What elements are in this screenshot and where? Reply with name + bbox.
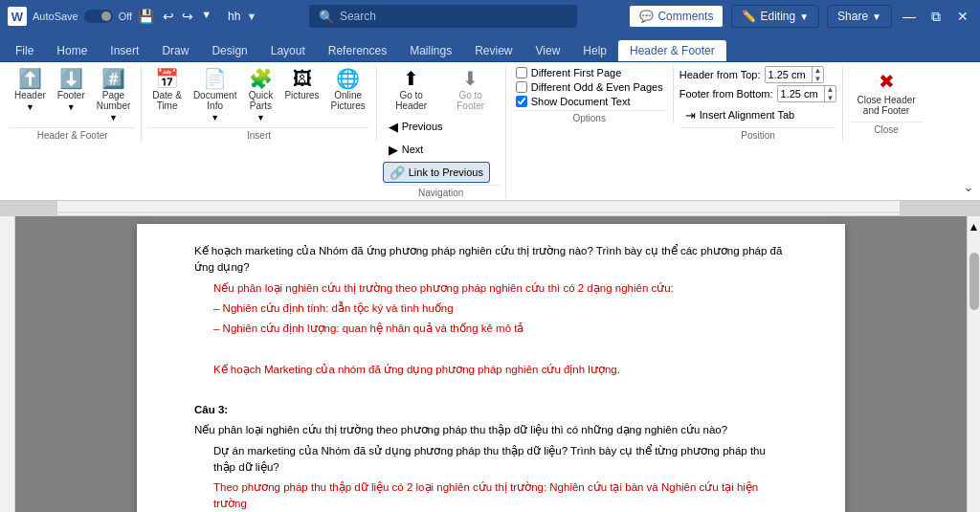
ruler-svg xyxy=(0,201,980,216)
comments-label: Comments xyxy=(657,10,713,23)
page-number-button[interactable]: #️⃣ PageNumber ▼ xyxy=(92,66,136,125)
header-from-top-input[interactable]: ▲ ▼ xyxy=(765,66,825,83)
footer-from-bottom-input[interactable]: ▲ ▼ xyxy=(777,85,837,102)
footer-from-bottom-value[interactable] xyxy=(778,88,824,100)
tab-insert[interactable]: Insert xyxy=(99,40,150,61)
para-7: Nếu phân loại nghiên cứu thị trường theo… xyxy=(194,422,788,438)
link-to-previous-button[interactable]: 🔗 Link to Previous xyxy=(383,162,490,183)
left-ruler xyxy=(0,216,15,512)
go-to-header-button[interactable]: ⬆ Go toHeader xyxy=(383,66,440,114)
online-pictures-icon: 🌐 xyxy=(336,69,360,88)
autosave-toggle[interactable] xyxy=(84,10,113,23)
share-button[interactable]: Share ▼ xyxy=(827,5,892,28)
link-to-previous-label: Link to Previous xyxy=(409,167,483,178)
online-pictures-button[interactable]: 🌐 OnlinePictures xyxy=(326,66,370,114)
tab-view[interactable]: View xyxy=(524,40,572,61)
previous-button[interactable]: ◀ Previous xyxy=(383,116,449,137)
date-time-button[interactable]: 📅 Date &Time xyxy=(147,66,187,114)
tab-home[interactable]: Home xyxy=(45,40,99,61)
different-odd-even-option[interactable]: Different Odd & Even Pages xyxy=(512,80,667,94)
tab-header-footer[interactable]: Header & Footer xyxy=(618,40,726,61)
ruler-content xyxy=(0,201,980,215)
tab-design[interactable]: Design xyxy=(200,40,258,61)
show-document-text-checkbox[interactable] xyxy=(516,96,527,107)
title-bar: W AutoSave Off 💾 ↩ ↪ ▼ hh ▼ 🔍 💬 Comments… xyxy=(0,0,980,33)
different-first-page-option[interactable]: Different First Page xyxy=(512,66,667,79)
position-fields: Header from Top: ▲ ▼ Footer from Bottom: xyxy=(679,66,837,125)
search-input[interactable] xyxy=(340,10,568,23)
spin-up2-icon[interactable]: ▲ xyxy=(825,85,836,94)
search-box[interactable]: 🔍 xyxy=(309,5,577,28)
close-button[interactable]: ✕ xyxy=(953,7,972,26)
group-close: ✖ Close Headerand Footer Close xyxy=(845,66,928,135)
header-from-top-spin[interactable]: ▲ ▼ xyxy=(812,66,824,83)
footer-dropdown[interactable]: ▼ xyxy=(67,102,76,112)
tab-draw[interactable]: Draw xyxy=(150,40,200,61)
scroll-up-button[interactable]: ▲ xyxy=(969,220,980,234)
tab-layout[interactable]: Layout xyxy=(259,40,317,61)
spin-up-icon[interactable]: ▲ xyxy=(813,66,824,75)
undo-icon[interactable]: ↩ xyxy=(160,9,177,24)
comments-button[interactable]: 💬 Comments xyxy=(629,5,724,28)
footer-from-bottom-spin[interactable]: ▲ ▼ xyxy=(824,85,836,102)
header-dropdown[interactable]: ▼ xyxy=(26,102,34,112)
pictures-button[interactable]: 🖼 Pictures xyxy=(279,66,323,103)
minimize-button[interactable]: — xyxy=(900,7,919,26)
para-9: Theo phương pháp thu thập dữ liệu có 2 l… xyxy=(213,479,788,512)
doc-info-dropdown[interactable]: ▼ xyxy=(211,113,219,122)
quick-parts-button[interactable]: 🧩 QuickParts ▼ xyxy=(243,66,278,125)
group-header-footer: ⬆️ Header ▼ ⬇️ Footer ▼ #️⃣ PageNumber ▼… xyxy=(6,66,142,141)
close-header-footer-button[interactable]: ✖ Close Headerand Footer xyxy=(849,66,923,120)
word-icon: W xyxy=(8,7,27,26)
tab-references[interactable]: References xyxy=(317,40,398,61)
tab-file[interactable]: File xyxy=(4,40,45,61)
doc-scroll[interactable]: Kế hoạch marketing của Nhóm đã ứng phươn… xyxy=(15,216,967,512)
ribbon-expand-btn[interactable]: ⌄ xyxy=(963,179,974,198)
link-icon: 🔗 xyxy=(390,166,405,180)
group-close-label: Close xyxy=(849,122,923,135)
redo-icon[interactable]: ↪ xyxy=(179,9,196,24)
header-from-top-value[interactable] xyxy=(766,69,812,80)
group-options-content: Different First Page Different Odd & Eve… xyxy=(512,66,667,108)
editing-chevron: ▼ xyxy=(799,11,809,22)
document-info-icon: 📄 xyxy=(203,69,227,88)
different-first-page-checkbox[interactable] xyxy=(516,67,527,78)
autosave-knob xyxy=(101,11,111,21)
footer-button[interactable]: ⬇️ Footer ▼ xyxy=(53,66,90,115)
editing-button[interactable]: ✏️ Editing ▼ xyxy=(731,5,819,28)
tab-review[interactable]: Review xyxy=(463,40,523,61)
autosave-label: AutoSave xyxy=(33,11,78,22)
tab-help[interactable]: Help xyxy=(571,40,618,61)
next-button[interactable]: ▶ Next xyxy=(383,139,430,160)
scrollbar-thumb[interactable] xyxy=(969,253,979,310)
comments-icon: 💬 xyxy=(639,10,654,23)
show-document-text-option[interactable]: Show Document Text xyxy=(512,95,667,108)
doc-area: Kế hoạch marketing của Nhóm đã ứng phươn… xyxy=(0,216,980,512)
para-5: Kế hoạch Marketing của nhóm đã ứng dụng … xyxy=(213,362,788,378)
insert-alignment-tab-button[interactable]: ⇥ Insert Alignment Tab xyxy=(679,104,837,125)
close-header-icon: ✖ xyxy=(879,70,895,93)
editing-label: Editing xyxy=(760,10,795,23)
share-chevron: ▼ xyxy=(872,11,881,22)
different-odd-even-checkbox[interactable] xyxy=(516,81,527,93)
expand-icon[interactable]: ⌄ xyxy=(963,179,974,194)
spin-down2-icon[interactable]: ▼ xyxy=(825,94,836,102)
header-button[interactable]: ⬆️ Header ▼ xyxy=(10,66,51,115)
go-to-footer-button[interactable]: ⬇ Go toFooter xyxy=(442,66,500,114)
page-number-dropdown[interactable]: ▼ xyxy=(109,113,118,122)
spin-down-icon[interactable]: ▼ xyxy=(813,75,824,83)
previous-icon: ◀ xyxy=(389,120,398,134)
save-icon[interactable]: 💾 xyxy=(138,9,154,24)
more-icon[interactable]: ▼ xyxy=(198,9,214,24)
footer-from-bottom-label: Footer from Bottom: xyxy=(679,88,773,100)
right-scrollbar[interactable]: ▲ ▼ xyxy=(967,216,980,512)
tab-mailings[interactable]: Mailings xyxy=(398,40,463,61)
footer-from-bottom-row: Footer from Bottom: ▲ ▼ xyxy=(679,85,837,102)
quick-parts-dropdown[interactable]: ▼ xyxy=(256,113,265,122)
document-info-button[interactable]: 📄 DocumentInfo ▼ xyxy=(189,66,242,125)
group-header-footer-content: ⬆️ Header ▼ ⬇️ Footer ▼ #️⃣ PageNumber ▼ xyxy=(10,66,135,125)
group-insert-content: 📅 Date &Time 📄 DocumentInfo ▼ 🧩 QuickPar… xyxy=(147,66,369,125)
restore-button[interactable]: ⧉ xyxy=(926,7,946,26)
date-time-icon: 📅 xyxy=(155,69,179,88)
previous-label: Previous xyxy=(402,121,443,132)
